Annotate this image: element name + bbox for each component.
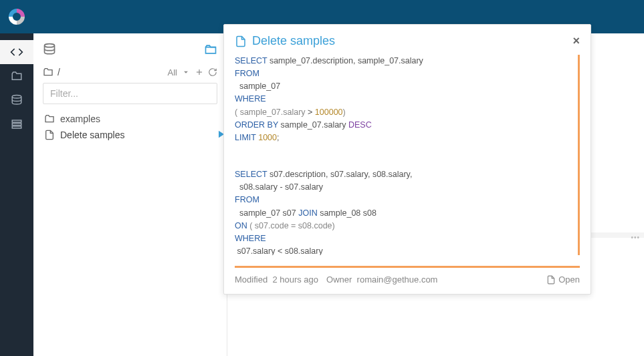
svg-point-4 [45,44,55,47]
path-row: / All [33,63,227,80]
app-logo[interactable] [0,0,33,33]
hue-logo-icon [7,7,27,27]
database-icon [43,43,56,56]
popover-footer: Modified 2 hours ago Owner romain@gethue… [224,268,591,294]
modified-value: 2 hours ago [272,275,318,285]
panel-source-icon[interactable] [43,43,56,59]
panel-folder-open[interactable] [204,43,217,59]
file-icon [546,275,556,285]
open-button[interactable]: Open [546,275,580,285]
folder-open-icon [204,43,217,56]
sql-preview: SELECT sample_07.description, sample_07.… [235,55,580,255]
popover-title-text: Delete samples [252,34,335,48]
nav-catalog[interactable] [0,112,33,136]
svg-rect-3 [12,126,21,128]
open-label: Open [558,275,580,285]
document-preview-popover: Delete samples × SELECT sample_07.descri… [223,24,591,295]
refresh-icon[interactable] [208,67,217,77]
code-icon [10,45,23,59]
tree-item-examples[interactable]: examples [43,111,217,127]
nav-documents[interactable] [0,64,33,88]
svg-point-0 [12,96,21,99]
database-icon [11,94,23,106]
breadcrumb-path: / [58,67,60,77]
nav-tables[interactable] [0,88,33,112]
owner-label: Owner [326,275,352,285]
drag-handle-icon: ••• [631,234,640,241]
document-panel: / All examples Delete [33,33,227,356]
tree-item-label: examples [60,114,100,124]
tree-item-delete-samples[interactable]: Delete samples [43,127,217,143]
breadcrumb[interactable]: / [43,67,60,77]
side-nav [0,33,33,356]
plus-icon[interactable] [195,67,204,77]
type-filter[interactable]: All [168,67,177,77]
popover-title: Delete samples [235,34,335,48]
nav-editor[interactable] [0,40,33,64]
modified-label: Modified [235,275,267,285]
folder-icon [43,67,53,77]
owner-value: romain@gethue.com [357,275,438,285]
tree-item-label: Delete samples [60,130,125,140]
svg-rect-1 [12,120,21,122]
folder-icon [44,114,55,124]
caret-down-icon[interactable] [181,67,191,77]
svg-rect-2 [12,124,21,126]
folder-open-icon [11,70,23,82]
popover-body: SELECT sample_07.description, sample_07.… [224,55,591,260]
document-tree: examples Delete samples [33,110,227,144]
close-button[interactable]: × [572,34,580,48]
stack-icon [11,118,23,130]
file-icon [235,35,247,47]
file-icon [44,130,55,140]
filter-input[interactable] [43,83,217,104]
